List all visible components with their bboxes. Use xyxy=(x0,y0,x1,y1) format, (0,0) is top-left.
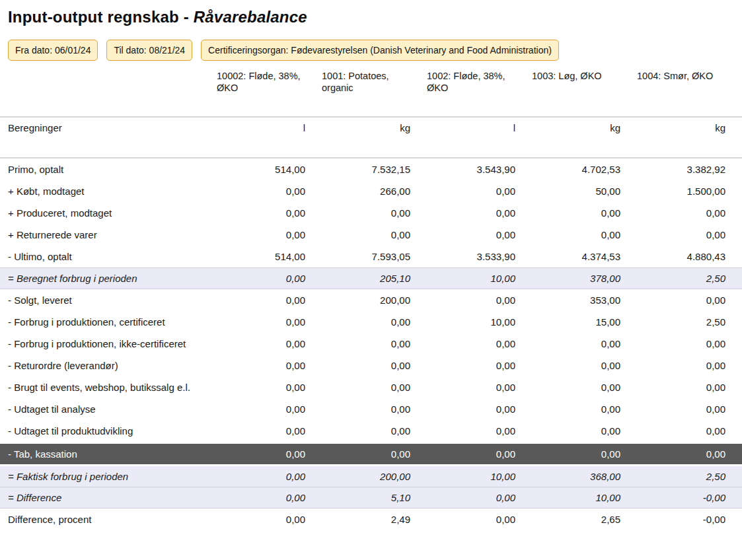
cell-value: 0,00 xyxy=(532,355,637,376)
product-column-header: 1004: Smør, ØKO xyxy=(637,70,742,117)
raw-material-balance-table: 10002: Fløde, 38%, ØKO1001: Potatoes, or… xyxy=(0,70,742,530)
table-row: - Udtaget til produktudvikling0,000,000,… xyxy=(0,420,742,443)
cell-value: 3.533,90 xyxy=(427,246,532,268)
row-label: - Solgt, leveret xyxy=(0,289,217,312)
table-row: Difference, procent0,002,490,002,65-0,00 xyxy=(0,508,742,531)
filter-badges: Fra dato: 06/01/24 Til dato: 08/21/24 Ce… xyxy=(8,40,742,61)
cell-value: 2,50 xyxy=(637,311,742,333)
table-row: + Returnerede varer0,000,000,000,000,00 xyxy=(0,224,742,246)
cell-value: 353,00 xyxy=(532,289,637,312)
cell-value: 0,00 xyxy=(217,355,322,376)
cell-value: 10,00 xyxy=(427,268,532,289)
cell-value: 5,10 xyxy=(322,487,427,508)
cell-value: 0,00 xyxy=(427,443,532,466)
table-row: - Forbrug i produktionen, certificeret0,… xyxy=(0,311,742,333)
row-label: + Returnerede varer xyxy=(0,224,217,246)
table-row: - Returordre (leverandør)0,000,000,000,0… xyxy=(0,355,742,376)
cell-value: 10,00 xyxy=(532,487,637,508)
cell-value: 0,00 xyxy=(322,420,427,443)
row-label: = Faktisk forbrug i perioden xyxy=(0,466,217,487)
table-row: - Forbrug i produktionen, ikke-certifice… xyxy=(0,333,742,355)
cell-value: 0,00 xyxy=(217,420,322,443)
table-row: - Brugt til events, webshop, butikssalg … xyxy=(0,376,742,398)
cell-value: 0,00 xyxy=(427,420,532,443)
cell-value: 0,00 xyxy=(637,443,742,466)
cell-value: 0,00 xyxy=(532,443,637,466)
units-header-row: Beregninger lkglkgkg xyxy=(0,117,742,158)
filter-badge-from-date: Fra dato: 06/01/24 xyxy=(8,40,98,61)
cell-value: 4.702,53 xyxy=(532,158,637,180)
cell-value: 7.532,15 xyxy=(322,158,427,180)
unit-header: l xyxy=(217,117,322,158)
cell-value: 3.543,90 xyxy=(427,158,532,180)
cell-value: 7.593,05 xyxy=(322,246,427,268)
cell-value: 0,00 xyxy=(427,180,532,202)
row-label: - Forbrug i produktionen, ikke-certifice… xyxy=(0,333,217,355)
cell-value: 0,00 xyxy=(217,311,322,333)
cell-value: 514,00 xyxy=(217,158,322,180)
table-row: - Udtaget til analyse0,000,000,000,000,0… xyxy=(0,398,742,420)
cell-value: 2,50 xyxy=(637,466,742,487)
cell-value: 200,00 xyxy=(322,466,427,487)
cell-value: 368,00 xyxy=(532,466,637,487)
page-title-text: Input-output regnskab - xyxy=(8,8,194,26)
cell-value: 4.880,43 xyxy=(637,246,742,268)
cell-value: 0,00 xyxy=(532,224,637,246)
cell-value: 0,00 xyxy=(322,398,427,420)
unit-header: kg xyxy=(637,117,742,158)
table-row: = Faktisk forbrug i perioden0,00200,0010… xyxy=(0,466,742,487)
cell-value: 0,00 xyxy=(427,508,532,531)
table-row: - Tab, kassation0,000,000,000,000,00 xyxy=(0,443,742,466)
cell-value: 0,00 xyxy=(427,289,532,312)
row-label: Difference, procent xyxy=(0,508,217,531)
cell-value: 0,00 xyxy=(532,202,637,224)
product-header-row: 10002: Fløde, 38%, ØKO1001: Potatoes, or… xyxy=(0,70,742,117)
cell-value: 0,00 xyxy=(217,487,322,508)
row-label: - Brugt til events, webshop, butikssalg … xyxy=(0,376,217,398)
cell-value: 10,00 xyxy=(427,466,532,487)
cell-value: 0,00 xyxy=(217,180,322,202)
cell-value: 0,00 xyxy=(637,398,742,420)
row-label: = Beregnet forbrug i perioden xyxy=(0,268,217,289)
row-label: - Forbrug i produktionen, certificeret xyxy=(0,311,217,333)
cell-value: 0,00 xyxy=(637,420,742,443)
cell-value: 0,00 xyxy=(637,333,742,355)
cell-value: 0,00 xyxy=(427,202,532,224)
unit-header: l xyxy=(427,117,532,158)
cell-value: 0,00 xyxy=(427,333,532,355)
cell-value: 0,00 xyxy=(637,224,742,246)
cell-value: 266,00 xyxy=(322,180,427,202)
page-title-emphasis: Råvarebalance xyxy=(194,8,307,26)
table-header: 10002: Fløde, 38%, ØKO1001: Potatoes, or… xyxy=(0,70,742,158)
row-label: - Returordre (leverandør) xyxy=(0,355,217,376)
cell-value: 0,00 xyxy=(322,202,427,224)
cell-value: 0,00 xyxy=(217,398,322,420)
table-row: + Købt, modtaget0,00266,000,0050,001.500… xyxy=(0,180,742,202)
row-label: - Tab, kassation xyxy=(0,443,217,466)
cell-value: 50,00 xyxy=(532,180,637,202)
cell-value: 0,00 xyxy=(322,376,427,398)
row-label: = Difference xyxy=(0,487,217,508)
cell-value: 2,49 xyxy=(322,508,427,531)
cell-value: 0,00 xyxy=(322,443,427,466)
filter-badge-to-date: Til dato: 08/21/24 xyxy=(106,40,192,61)
product-column-header: 1002: Fløde, 38%, ØKO xyxy=(427,70,532,117)
cell-value: 0,00 xyxy=(427,398,532,420)
cell-value: 0,00 xyxy=(637,376,742,398)
table-row: - Ultimo, optalt514,007.593,053.533,904.… xyxy=(0,246,742,268)
cell-value: 0,00 xyxy=(427,487,532,508)
cell-value: 0,00 xyxy=(217,508,322,531)
row-label: Primo, optalt xyxy=(0,158,217,180)
cell-value: 1.500,00 xyxy=(637,180,742,202)
cell-value: 0,00 xyxy=(217,224,322,246)
cell-value: 205,10 xyxy=(322,268,427,289)
corner-header-cell xyxy=(0,70,217,117)
cell-value: 0,00 xyxy=(217,202,322,224)
cell-value: 0,00 xyxy=(532,420,637,443)
row-label: - Udtaget til analyse xyxy=(0,398,217,420)
cell-value: 0,00 xyxy=(322,355,427,376)
table-row: + Produceret, modtaget0,000,000,000,000,… xyxy=(0,202,742,224)
row-label: + Produceret, modtaget xyxy=(0,202,217,224)
product-column-header: 1001: Potatoes, organic xyxy=(322,70,427,117)
cell-value: 2,50 xyxy=(637,268,742,289)
